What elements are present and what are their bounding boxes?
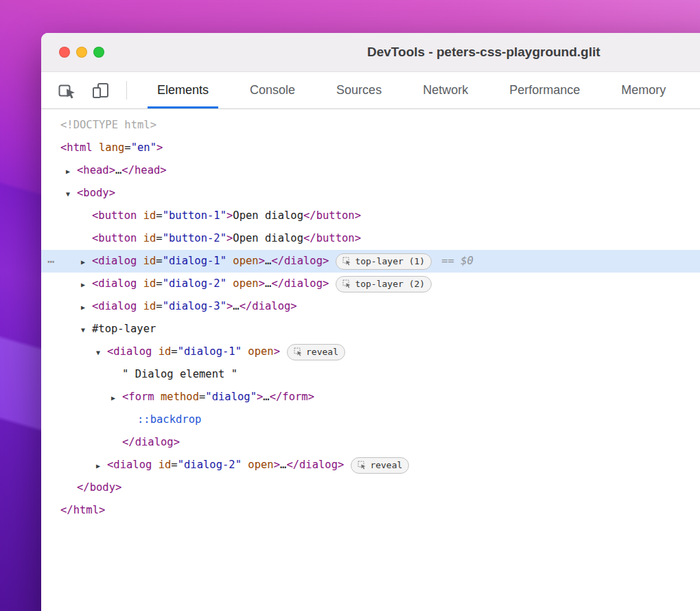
code-token: </dialog> xyxy=(240,300,297,312)
code-token: id xyxy=(143,300,156,312)
code-token xyxy=(154,391,161,403)
inspect-icon[interactable] xyxy=(58,81,77,100)
code-token: open xyxy=(233,255,258,267)
code-token: <button xyxy=(92,209,137,222)
dom-tree-row[interactable]: ▼<body> xyxy=(41,182,700,205)
dom-tree-row[interactable]: ::backdrop xyxy=(41,408,700,431)
code-token: id xyxy=(143,232,156,244)
code-token: open xyxy=(248,459,273,471)
code-token: = xyxy=(156,300,162,312)
code-token: … xyxy=(265,277,271,290)
collapse-arrow-icon[interactable]: ▼ xyxy=(96,341,107,364)
code-token: </form> xyxy=(270,391,314,403)
dom-tree-row[interactable]: <!DOCTYPE html> xyxy=(41,114,700,137)
tab-network[interactable]: Network xyxy=(402,72,489,108)
code-token: > xyxy=(226,209,233,222)
dom-tree-row[interactable]: <button id="button-1">Open dialog</butto… xyxy=(41,205,700,227)
expand-arrow-icon[interactable]: ▶ xyxy=(96,454,107,477)
dom-tree-row[interactable]: ▶<form method="dialog">…</form> xyxy=(41,386,700,408)
dom-tree-row[interactable]: <html lang="en"> xyxy=(41,137,700,159)
code-token: > xyxy=(226,232,233,244)
expand-arrow-icon[interactable]: ▶ xyxy=(81,296,92,319)
zoom-button[interactable] xyxy=(93,47,104,58)
minimize-button[interactable] xyxy=(76,47,87,58)
badge-label: reveal xyxy=(306,341,338,363)
expand-arrow-icon[interactable]: ▶ xyxy=(81,251,92,273)
device-toolbar-icon[interactable] xyxy=(92,82,110,100)
code-token xyxy=(242,459,248,471)
code-token: open xyxy=(248,345,273,358)
top-layer-badge[interactable]: top-layer (2) xyxy=(336,276,432,292)
code-token: <body> xyxy=(77,187,115,199)
code-token: open xyxy=(233,277,258,290)
code-token: " Dialog element " xyxy=(122,368,237,380)
code-token xyxy=(137,255,143,267)
code-token: <button xyxy=(92,232,137,244)
toolbar-divider xyxy=(126,81,127,100)
code-token: = xyxy=(171,345,177,358)
tab-elements[interactable]: Elements xyxy=(137,72,229,108)
dom-tree-row[interactable]: ▶<dialog id="dialog-2" open>…</dialog>re… xyxy=(41,454,700,476)
collapse-arrow-icon[interactable]: ▼ xyxy=(66,183,77,205)
toolbar-icons xyxy=(41,72,110,108)
reveal-badge[interactable]: reveal xyxy=(351,457,409,474)
code-token: </button> xyxy=(303,232,361,244)
dom-tree-row[interactable]: <button id="button-2">Open dialog</butto… xyxy=(41,227,700,250)
dom-tree-row[interactable]: ▶<head>…</head> xyxy=(41,159,700,182)
code-token: "en" xyxy=(131,141,156,154)
code-token: <dialog xyxy=(107,459,152,471)
expand-arrow-icon[interactable]: ▶ xyxy=(111,387,122,409)
code-token: > xyxy=(259,277,265,290)
devtools-toolbar: ElementsConsoleSourcesNetworkPerformance… xyxy=(41,72,700,109)
code-token: id xyxy=(159,345,172,358)
reveal-icon xyxy=(294,347,303,356)
window-titlebar[interactable]: DevTools - peters-css-playground.glit xyxy=(41,33,700,72)
expand-arrow-icon[interactable]: ▶ xyxy=(81,273,92,296)
code-token: > xyxy=(274,345,280,358)
close-button[interactable] xyxy=(59,47,70,58)
reveal-icon xyxy=(342,279,351,288)
code-token: > xyxy=(156,141,163,154)
tab-sources[interactable]: Sources xyxy=(316,72,402,108)
reveal-badge[interactable]: reveal xyxy=(287,344,345,360)
expand-arrow-icon[interactable]: ▶ xyxy=(66,160,77,183)
window-title: DevTools - peters-css-playground.glit xyxy=(367,33,600,71)
code-token: <html xyxy=(60,141,93,154)
tab-console[interactable]: Console xyxy=(229,72,316,108)
code-token xyxy=(152,345,158,358)
code-token: </dialog> xyxy=(271,255,329,267)
top-layer-badge[interactable]: top-layer (1) xyxy=(336,253,432,270)
code-token: … xyxy=(115,164,121,176)
code-token xyxy=(137,209,143,222)
dom-tree-row[interactable]: </body> xyxy=(41,476,700,499)
code-token: = xyxy=(156,255,162,267)
code-token xyxy=(226,277,233,290)
code-token: </dialog> xyxy=(286,459,344,471)
tab-memory[interactable]: Memory xyxy=(600,72,686,108)
code-token: = xyxy=(171,459,177,471)
code-token xyxy=(242,345,248,358)
row-overflow-menu-icon[interactable]: ⋯ xyxy=(47,250,56,273)
code-token: Open dialog xyxy=(233,232,303,244)
code-token: id xyxy=(143,255,156,267)
dom-tree-row[interactable]: ▼#top-layer xyxy=(41,318,700,341)
dom-tree-row[interactable]: ▶<dialog id="dialog-3">…</dialog> xyxy=(41,295,700,318)
code-token: "dialog-3" xyxy=(163,300,226,312)
code-token: = xyxy=(156,232,162,244)
code-token: = xyxy=(156,209,162,222)
collapse-arrow-icon[interactable]: ▼ xyxy=(81,319,92,341)
tab-performance[interactable]: Performance xyxy=(489,72,600,108)
dom-tree-row[interactable]: ▼<dialog id="dialog-1" open>reveal xyxy=(41,341,700,363)
reveal-icon xyxy=(358,461,366,470)
code-token xyxy=(137,277,143,290)
dom-tree-row[interactable]: </html> xyxy=(41,499,700,522)
code-token xyxy=(137,232,143,244)
code-token: </button> xyxy=(303,209,361,222)
dom-tree-row[interactable]: ⋯▶<dialog id="dialog-1" open>…</dialog>t… xyxy=(41,250,700,273)
code-token: <head> xyxy=(77,164,115,176)
code-token: id xyxy=(143,209,156,222)
dom-tree-row[interactable]: " Dialog element " xyxy=(41,363,700,386)
dom-tree-row[interactable]: </dialog> xyxy=(41,431,700,454)
dom-tree-row[interactable]: ▶<dialog id="dialog-2" open>…</dialog>to… xyxy=(41,273,700,295)
code-token: > xyxy=(259,255,265,267)
